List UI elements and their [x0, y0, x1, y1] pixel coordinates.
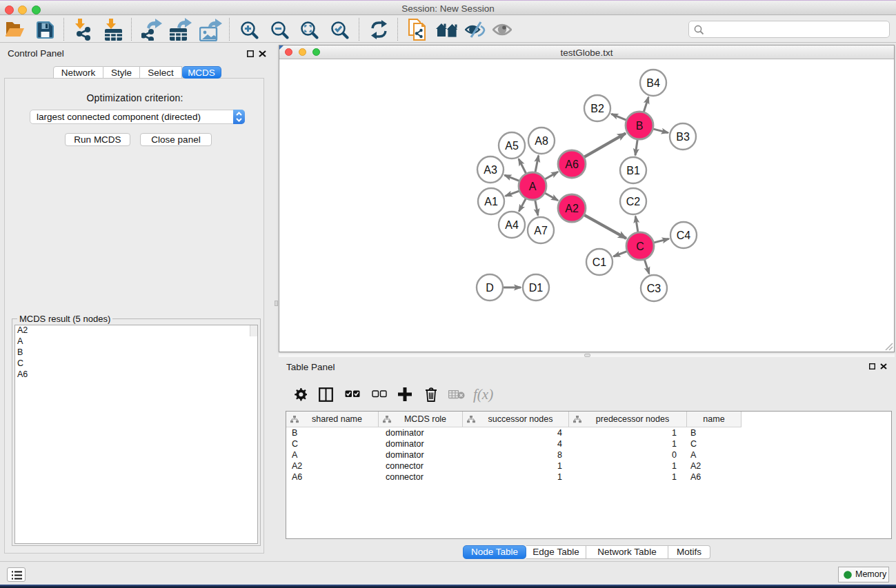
svg-text:A4: A4 — [505, 219, 519, 231]
svg-text:A5: A5 — [505, 140, 519, 152]
svg-text:C3: C3 — [647, 283, 661, 294]
svg-text:D: D — [486, 282, 494, 294]
svg-text:A8: A8 — [535, 135, 548, 147]
svg-text:B1: B1 — [626, 165, 640, 176]
svg-text:C1: C1 — [593, 256, 607, 268]
svg-text:B3: B3 — [676, 131, 690, 143]
svg-text:B2: B2 — [590, 103, 604, 114]
svg-text:C2: C2 — [626, 196, 641, 207]
svg-text:A2: A2 — [565, 203, 579, 214]
svg-text:A6: A6 — [565, 159, 579, 170]
svg-text:D1: D1 — [529, 282, 544, 294]
svg-text:B4: B4 — [646, 77, 660, 89]
svg-text:A: A — [529, 181, 537, 192]
svg-text:C4: C4 — [677, 230, 691, 241]
svg-text:C: C — [636, 241, 644, 252]
svg-text:B: B — [636, 120, 644, 132]
svg-text:A7: A7 — [534, 225, 548, 236]
svg-text:A3: A3 — [484, 164, 497, 176]
svg-text:A1: A1 — [484, 196, 498, 207]
